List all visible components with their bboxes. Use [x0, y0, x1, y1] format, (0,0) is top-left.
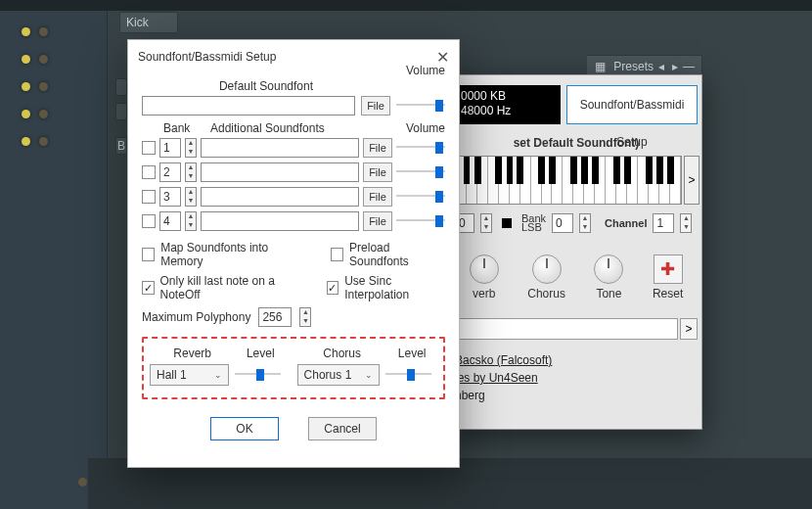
max-polyphony-label: Maximum Polyphony — [142, 310, 250, 324]
reset-button[interactable]: ✚ — [654, 254, 683, 284]
reverb-knob[interactable] — [470, 254, 499, 284]
plugin-panel: 0000 KB 48000 Hz Soundfont/Bassmidi Setu… — [450, 74, 702, 430]
enable-checkbox[interactable] — [142, 214, 156, 228]
bank-header: Bank — [163, 121, 201, 135]
file-button[interactable]: File — [363, 138, 392, 158]
preset-name-field[interactable] — [455, 318, 678, 340]
reverb-level-slider[interactable] — [235, 368, 281, 382]
preset-dropdown-icon[interactable]: > — [680, 318, 698, 340]
soundfont-path-input[interactable] — [201, 138, 359, 158]
file-button[interactable]: File — [363, 211, 392, 231]
plugin-info-box: 0000 KB 48000 Hz — [455, 85, 561, 124]
tone-knob-label: Tone — [596, 287, 621, 301]
volume-slider-default[interactable] — [396, 99, 445, 113]
channel-block[interactable] — [115, 78, 127, 96]
bank-spinner[interactable]: ▲▼ — [185, 162, 197, 182]
cancel-button[interactable]: Cancel — [308, 417, 377, 440]
file-button[interactable]: File — [363, 162, 392, 182]
preload-checkbox[interactable] — [331, 248, 343, 261]
reverb-knob-label: verb — [473, 287, 495, 301]
soundfont-setup-dialog: Soundfont/Bassmidi Setup ✕ Default Sound… — [127, 39, 460, 468]
volume-slider[interactable] — [396, 190, 445, 204]
file-button-default[interactable]: File — [361, 96, 390, 116]
bank-spinner[interactable]: ▲▼ — [185, 187, 197, 207]
bank-number[interactable]: 2 — [159, 162, 181, 182]
mute-dot[interactable] — [22, 137, 30, 146]
chorus-combo[interactable]: Chorus 1 ⌄ — [297, 364, 380, 386]
enable-checkbox[interactable] — [142, 141, 156, 155]
mute-dot[interactable] — [22, 27, 30, 36]
info-memory: 0000 KB — [461, 89, 555, 104]
volume-slider[interactable] — [396, 214, 445, 228]
daw-left-gutter — [0, 11, 108, 509]
program-spinner[interactable]: ▲▼ — [480, 213, 492, 233]
reverb-combo[interactable]: Hall 1 ⌄ — [150, 364, 229, 386]
bank-number[interactable]: 4 — [159, 211, 181, 231]
chorus-level-slider[interactable] — [385, 368, 431, 382]
solo-dot[interactable] — [39, 55, 48, 64]
solo-dot[interactable] — [39, 27, 48, 36]
channel-block-b[interactable]: B — [115, 137, 127, 155]
solo-dot[interactable] — [39, 82, 48, 91]
soundfont-path-input[interactable] — [201, 187, 359, 207]
volume-slider[interactable] — [396, 165, 445, 179]
solo-dot[interactable] — [39, 137, 48, 146]
plugin-chrome: ▦ Presets ◂ ▸ — ✕ — [587, 55, 702, 76]
presets-label[interactable]: Presets — [613, 60, 654, 73]
additional-sf-header: Additional Soundfonts — [206, 121, 355, 135]
timeline-marker[interactable] — [78, 478, 87, 486]
credits-link-2[interactable]: ies by Un4Seen — [455, 371, 538, 385]
volume-slider[interactable] — [396, 141, 445, 155]
piano-keyboard[interactable] — [455, 156, 682, 205]
bank-channel-row: 0 ▲▼ Bank LSB 0 ▲▼ Channel 1 ▲▼ — [455, 212, 698, 234]
mute-dot[interactable] — [22, 82, 30, 91]
volume-heading: Volume — [406, 64, 445, 77]
enable-checkbox[interactable] — [142, 190, 156, 204]
bank-spinner[interactable]: ▲▼ — [185, 138, 197, 158]
soundfont-path-input[interactable] — [201, 162, 359, 182]
chevron-down-icon: ⌄ — [365, 370, 373, 380]
bank-number[interactable]: 1 — [159, 138, 181, 158]
soundfont-setup-button[interactable]: Soundfont/Bassmidi Setup — [566, 85, 698, 124]
enable-checkbox[interactable] — [142, 165, 156, 179]
bank-spinner[interactable]: ▲▼ — [185, 211, 197, 231]
channel-value[interactable]: 1 — [653, 213, 674, 233]
only-kill-checkbox[interactable] — [142, 281, 155, 295]
tone-knob[interactable] — [594, 254, 623, 284]
track-header-kick[interactable]: Kick — [119, 12, 178, 33]
soundfont-row: 1 ▲▼ File — [142, 138, 445, 158]
chorus-combo-value: Chorus 1 — [304, 368, 352, 382]
default-soundfont-heading: Default Soundfont — [219, 79, 313, 93]
piano-scroll-right[interactable]: > — [684, 156, 699, 205]
max-polyphony-spinner[interactable]: ▲▼ — [299, 307, 311, 327]
default-soundfont-input[interactable] — [142, 96, 355, 116]
mute-dot[interactable] — [22, 55, 30, 64]
daw-topbar — [0, 0, 812, 11]
credits-link-1[interactable]: Bacsko (Falcosoft) — [455, 353, 552, 367]
chevron-down-icon: ⌄ — [214, 370, 222, 380]
channel-block[interactable] — [115, 103, 127, 120]
channel-spinner[interactable]: ▲▼ — [680, 213, 692, 233]
chorus-heading: Chorus — [297, 347, 386, 360]
mute-dot[interactable] — [22, 110, 30, 118]
bank-lsb-spinner[interactable]: ▲▼ — [579, 213, 591, 233]
sinc-label: Use Sinc Interpolation — [344, 274, 445, 301]
soundfont-row: 4 ▲▼ File — [142, 211, 445, 231]
level-heading-2: Level — [386, 347, 437, 360]
default-soundfont-label: set Default Soundfont) — [455, 136, 698, 150]
soundfont-path-input[interactable] — [201, 211, 359, 231]
ok-button[interactable]: OK — [210, 417, 279, 440]
solo-dot[interactable] — [39, 110, 48, 118]
credits-block: Bacsko (Falcosoft) ies by Un4Seen nberg — [455, 351, 698, 404]
chorus-knob[interactable] — [532, 254, 562, 284]
max-polyphony-value[interactable]: 256 — [258, 307, 292, 327]
reverb-combo-value: Hall 1 — [157, 368, 187, 382]
bank-lsb-value[interactable]: 0 — [552, 213, 573, 233]
reset-label: Reset — [653, 287, 683, 301]
channel-label: Channel — [605, 217, 647, 229]
file-button[interactable]: File — [363, 187, 392, 207]
bank-number[interactable]: 3 — [159, 187, 181, 207]
sinc-checkbox[interactable] — [327, 281, 339, 295]
map-memory-checkbox[interactable] — [142, 248, 155, 261]
info-samplerate: 48000 Hz — [461, 104, 555, 118]
